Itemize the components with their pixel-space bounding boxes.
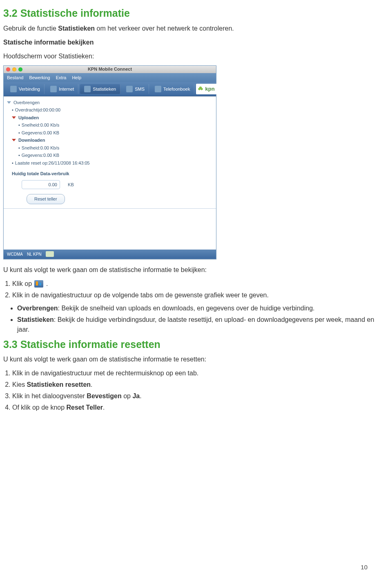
text: . [140,392,141,399]
step1-pre: Klik op [12,280,33,287]
tab-label: Telefoonboek [163,86,190,93]
tree-label: Overbrengen [13,99,40,106]
status-indicator-icon [46,251,54,257]
disclosure-icon[interactable] [12,116,16,119]
status-bar: WCDMA NL KPN [4,250,216,259]
bullet-rest: : Bekijk de huidige verbindingsduur, de … [17,316,374,333]
status-network: WCDMA [7,251,23,257]
total-data-label: Huidig totale Data-verbruik [7,170,213,178]
after-screenshot-text: U kunt als volgt te werk gaan om de stat… [3,265,380,275]
heading-3-2: 3.2 Statistische informatie [3,6,380,21]
tree-last-reset: • Laatste reset op:26/11/2008 16:43:05 [7,159,213,167]
step-2: Kies Statistieken resetten. [12,380,380,390]
chart-icon [84,86,91,92]
envelope-icon [126,86,133,92]
tree-download-speed: • Snelheid:0.00 Kb/s [7,144,213,152]
intro-post: om het verkeer over het netwerk te contr… [95,25,234,32]
window-titlebar: KPN Mobile Connect [4,66,216,73]
tab-label: Statistieken [93,86,116,93]
text: . [91,381,92,388]
menu-bewerking[interactable]: Bewerking [29,74,50,81]
tree-value: Laatste reset op:26/11/2008 16:43:05 [15,160,90,167]
intro-pre: Gebruik de functie [3,25,58,32]
text: op [122,392,133,399]
tab-bar: Verbinding Internet Statistieken SMS Tel… [4,82,216,96]
bold-text: Reset Teller [67,404,103,411]
bullet-bold: Overbrengen [17,305,58,312]
tree-uploaden[interactable]: Uploaden [7,114,213,122]
step-3: Klik in het dialoogvenster Bevestigen op… [12,391,380,401]
step-4: Of klik op de knop Reset Teller. [12,403,380,413]
tree-value: Snelheid:0.00 Kb/s [22,122,59,129]
tab-sms[interactable]: SMS [122,84,149,94]
intro-bold: Statistieken [58,25,95,32]
subheading: Statische informatie bekijken [3,38,380,47]
tab-telefoonboek[interactable]: Telefoonboek [151,84,194,94]
tree-value: Overdrachtijd:00:00:00 [15,107,60,114]
embedded-screenshot: KPN Mobile Connect Bestand Bewerking Ext… [3,65,216,259]
reset-teller-button[interactable]: Reset teller [27,194,65,204]
menu-help[interactable]: Help [72,74,81,81]
steps-list-32: Klik op . Klik in de navigatiestructuur … [3,279,380,300]
disclosure-icon[interactable] [12,139,16,141]
statistics-tree: Overbrengen • Overdrachtijd:00:00:00 Upl… [4,96,216,209]
tree-value: Gegevens:0.00 KB [22,129,59,136]
tab-label: Verbinding [19,86,40,93]
menu-bestand[interactable]: Bestand [7,74,23,81]
kpn-logo: kpn [196,84,218,94]
person-icon [155,86,161,92]
step-1: Klik in de navigatiestructuur met de rec… [12,368,380,378]
tree-upload-data: • Gegevens:0.00 KB [7,129,213,137]
tab-label: Internet [59,86,74,93]
connection-icon [10,86,17,92]
intro-33: U kunt als volgt te werk gaan om de stat… [3,355,380,364]
tree-label: Uploaden [18,114,39,121]
menu-bar: Bestand Bewerking Extra Help [4,73,216,83]
bold-text: Ja [132,392,140,399]
total-data-unit: KB [68,182,74,187]
step1-post: . [44,280,48,287]
statistieken-icon [34,280,43,288]
step-2: Klik in de navigatiestructuur op de volg… [12,290,380,300]
tree-label: Downloaden [18,137,45,144]
disclosure-icon[interactable] [7,101,11,104]
page-number: 10 [361,563,368,572]
tab-verbinding[interactable]: Verbinding [6,84,45,94]
tree-overbrengen[interactable]: Overbrengen [7,99,213,107]
total-data-value: 0.00 [22,180,60,190]
intro-paragraph: Gebruik de functie Statistieken om het v… [3,24,380,33]
tree-overdrachtijd: • Overdrachtijd:00:00:00 [7,106,213,114]
text: Of klik op de knop [12,404,67,411]
menu-extra[interactable]: Extra [56,74,67,81]
subheading-caption: Hoofdscherm voor Statistieken: [3,51,380,61]
tree-upload-speed: • Snelheid:0.00 Kb/s [7,121,213,129]
blank-area [4,209,216,250]
tree-value: Snelheid:0.00 Kb/s [22,145,59,152]
text: . [103,404,105,411]
heading-3-3: 3.3 Statische informatie resetten [3,337,380,352]
bullet-overbrengen: Overbrengen: Bekijk de snelheid van uplo… [17,303,380,313]
tab-label: SMS [135,86,145,93]
text: Kies [12,381,27,388]
step-1: Klik op . [12,279,380,289]
window-title: KPN Mobile Connect [4,66,216,73]
bullet-rest: : Bekijk de snelheid van uploads en down… [58,305,315,312]
tree-downloaden[interactable]: Downloaden [7,136,213,144]
text: Klik in het dialoogvenster [12,392,87,399]
steps-list-33: Klik in de navigatiestructuur met de rec… [3,368,380,413]
tab-statistieken[interactable]: Statistieken [80,84,120,94]
globe-icon [50,86,57,92]
bullet-list-32: Overbrengen: Bekijk de snelheid van uplo… [3,303,380,334]
bold-text: Bevestigen [87,392,121,399]
tab-internet[interactable]: Internet [46,84,78,94]
tree-value: Gegevens:0.00 KB [22,152,59,159]
status-operator: NL KPN [27,251,42,257]
bullet-bold: Statistieken [17,316,54,323]
bold-text: Statistieken resetten [27,381,91,388]
tree-download-data: • Gegevens:0.00 KB [7,152,213,159]
bullet-statistieken: Statistieken: Bekijk de huidige verbindi… [17,315,380,334]
